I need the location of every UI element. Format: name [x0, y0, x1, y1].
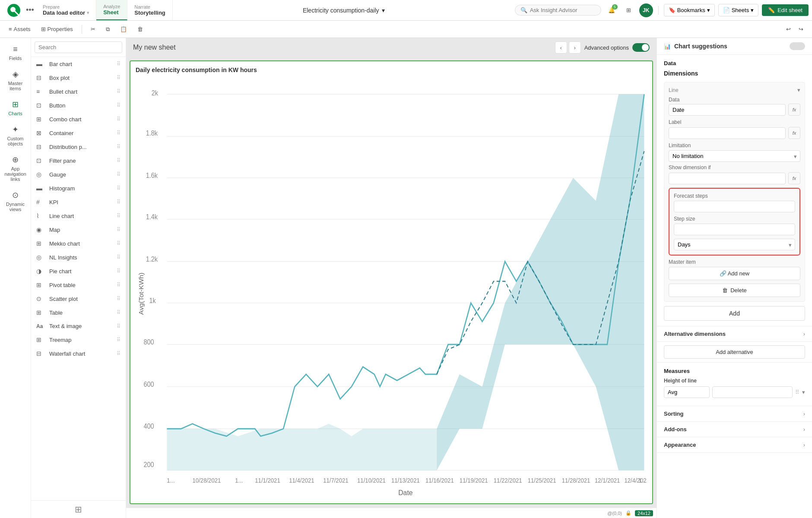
prepare-nav[interactable]: Prepare Data load editor ▾ [36, 0, 96, 20]
dimension-chevron[interactable]: ▾ [797, 87, 800, 93]
chart-item-waterfall-chart[interactable]: ⊟ Waterfall chart ⠿ [31, 347, 126, 360]
forecast-steps-input[interactable]: 21 [674, 201, 795, 212]
analyze-nav[interactable]: Analyze Sheet [96, 0, 127, 20]
chart-item-text-image[interactable]: Aa Text & image ⠿ [31, 319, 126, 333]
sheet-prev-button[interactable]: ‹ [555, 41, 567, 54]
line-chart-drag-handle[interactable]: ⠿ [117, 213, 121, 219]
chart-item-bullet-chart[interactable]: ≡ Bullet chart ⠿ [31, 85, 126, 98]
add-new-master-item-button[interactable]: 🔗 Add new [669, 267, 800, 280]
delete-dimension-button[interactable]: 🗑 Delete [669, 284, 800, 297]
show-dimension-input[interactable] [669, 173, 786, 184]
add-dimension-button[interactable]: Add [664, 306, 805, 321]
chart-item-filter-pane[interactable]: ⊡ Filter pane ⠿ [31, 154, 126, 167]
chart-item-distribution-plot[interactable]: ⊟ Distribution p... ⠿ [31, 140, 126, 154]
sheet-next-button[interactable]: › [569, 41, 581, 54]
label-input[interactable]: Date [669, 127, 786, 139]
add-chart-button[interactable]: ⊞ [75, 504, 82, 515]
table-drag-handle[interactable]: ⠿ [117, 310, 121, 316]
sidebar-item-master-items[interactable]: ◈ Master items [2, 66, 29, 95]
waterfall-chart-drag-handle[interactable]: ⠿ [117, 351, 121, 357]
grid-apps-button[interactable]: ⊞ [622, 3, 636, 17]
sidebar-item-custom-objects[interactable]: ✦ Custom objects [2, 121, 29, 150]
sidebar-item-charts[interactable]: ⊞ Charts [2, 96, 29, 120]
chart-item-button[interactable]: ⊡ Button ⠿ [31, 98, 126, 112]
label-fx-button[interactable]: fx [788, 127, 800, 139]
distribution-plot-drag-handle[interactable]: ⠿ [117, 144, 121, 150]
alt-dimensions-section[interactable]: Alternative dimensions › [657, 326, 812, 342]
delete-button[interactable]: 🗑 [134, 24, 146, 34]
qlik-logo[interactable] [3, 3, 24, 17]
box-plot-drag-handle[interactable]: ⠿ [117, 75, 121, 81]
sorting-section[interactable]: Sorting › [657, 406, 812, 422]
redo-button[interactable]: ↪ [795, 24, 807, 34]
step-unit-select[interactable]: Days [674, 239, 795, 250]
scatter-plot-drag-handle[interactable]: ⠿ [117, 296, 121, 302]
chart-item-histogram[interactable]: ▬ Histogram ⠿ [31, 181, 126, 195]
properties-button[interactable]: ⊞ Properties [38, 24, 76, 34]
advanced-options-toggle[interactable] [632, 43, 650, 52]
chart-item-line-chart[interactable]: ⌇ Line chart ⠿ [31, 209, 126, 223]
chart-suggestions-toggle[interactable] [790, 42, 805, 50]
chart-item-nl-insights[interactable]: ◎ NL Insights ⠿ [31, 250, 126, 264]
user-avatar[interactable]: JK [639, 3, 653, 17]
chart-item-box-plot[interactable]: ⊟ Box plot ⠿ [31, 71, 126, 85]
step-size-input[interactable]: 1 [674, 224, 795, 235]
pie-chart-drag-handle[interactable]: ⠿ [117, 268, 121, 274]
chart-item-map[interactable]: ◉ Map ⠿ [31, 223, 126, 237]
add-alternative-button[interactable]: Add alternative [664, 345, 805, 359]
chart-item-gauge[interactable]: ◎ Gauge ⠿ [31, 167, 126, 181]
gauge-drag-handle[interactable]: ⠿ [117, 171, 121, 177]
assets-button[interactable]: ≡ Assets [5, 24, 34, 34]
filter-pane-drag-handle[interactable]: ⠿ [117, 158, 121, 164]
map-drag-handle[interactable]: ⠿ [117, 227, 121, 233]
container-drag-handle[interactable]: ⠿ [117, 130, 121, 136]
cut-button[interactable]: ✂ [87, 24, 99, 34]
tot-kwh-input[interactable]: [Tot-KWh] [712, 386, 793, 398]
sidebar-item-fields[interactable]: ≡ Fields [2, 41, 29, 64]
undo-button[interactable]: ↩ [783, 24, 794, 34]
chart-item-container[interactable]: ⊠ Container ⠿ [31, 126, 126, 140]
chart-item-combo-chart[interactable]: ⊞ Combo chart ⠿ [31, 112, 126, 126]
histogram-drag-handle[interactable]: ⠿ [117, 185, 121, 191]
kpi-drag-handle[interactable]: ⠿ [117, 199, 121, 205]
chart-item-table[interactable]: ⊞ Table ⠿ [31, 306, 126, 319]
chart-item-bar-chart[interactable]: ▬ Bar chart ⠿ [31, 57, 126, 71]
add-ons-section[interactable]: Add-ons › [657, 422, 812, 437]
chart-item-pivot-table[interactable]: ⊞ Pivot table ⠿ [31, 278, 126, 292]
treemap-drag-handle[interactable]: ⠿ [117, 337, 121, 343]
paste-button[interactable]: 📋 [117, 24, 130, 34]
date-field-fx-button[interactable]: fx [788, 104, 800, 116]
nav-more-button[interactable]: ••• [24, 6, 36, 15]
show-dimension-fx-button[interactable]: fx [788, 172, 800, 184]
button-drag-handle[interactable]: ⠿ [117, 102, 121, 108]
narrate-nav[interactable]: Narrate Storytelling [127, 0, 173, 20]
sidebar-item-dynamic-views[interactable]: ⊙ Dynamic views [2, 187, 29, 215]
copy-button[interactable]: ⧉ [102, 24, 113, 35]
limitation-select[interactable]: No limitation [669, 150, 800, 162]
bookmarks-button[interactable]: 🔖 Bookmarks ▾ [664, 4, 715, 16]
chart-item-kpi[interactable]: # KPI ⠿ [31, 195, 126, 209]
chart-item-pie-chart[interactable]: ◑ Pie chart ⠿ [31, 264, 126, 278]
nl-insights-drag-handle[interactable]: ⠿ [117, 254, 121, 260]
appearance-section[interactable]: Appearance › [657, 437, 812, 453]
sidebar-item-app-navigation[interactable]: ⊕ App navigation links [2, 152, 29, 185]
chart-item-scatter-plot[interactable]: ⊙ Scatter plot ⠿ [31, 292, 126, 306]
edit-sheet-button[interactable]: ✏️ Edit sheet [762, 4, 809, 16]
notifications-button[interactable]: 🔔 5 [605, 3, 619, 17]
chart-search-input[interactable] [35, 41, 122, 53]
app-title[interactable]: Electricity consumption-daily ▾ [303, 7, 385, 14]
measure-chevron[interactable]: ▾ [802, 389, 805, 395]
bar-chart-drag-handle[interactable]: ⠿ [117, 61, 121, 67]
insight-advisor-input[interactable] [530, 7, 590, 13]
chart-item-mekko-chart[interactable]: ⊞ Mekko chart ⠿ [31, 237, 126, 250]
date-field-select[interactable]: Date [669, 104, 786, 116]
measure-drag-handle[interactable]: ⠿ [795, 389, 799, 395]
insight-advisor-search[interactable]: 🔍 [515, 5, 601, 16]
mekko-chart-drag-handle[interactable]: ⠿ [117, 240, 121, 246]
chart-item-treemap[interactable]: ⊞ Treemap ⠿ [31, 333, 126, 347]
sheets-button[interactable]: 📄 Sheets ▾ [718, 4, 758, 16]
avg-select[interactable]: Avg [664, 386, 710, 398]
combo-chart-drag-handle[interactable]: ⠿ [117, 116, 121, 122]
text-image-drag-handle[interactable]: ⠿ [117, 323, 121, 329]
pivot-table-drag-handle[interactable]: ⠿ [117, 282, 121, 288]
